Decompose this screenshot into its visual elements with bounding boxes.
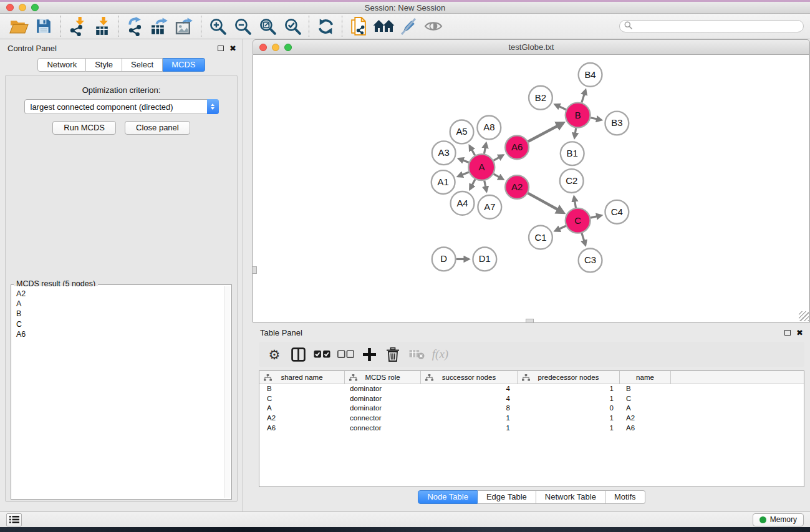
- edge-C-C3[interactable]: [582, 233, 586, 245]
- graph-node-C1[interactable]: C1: [529, 226, 552, 249]
- column-visibility-icon[interactable]: [286, 344, 310, 365]
- table-cell[interactable]: dominator: [345, 394, 421, 404]
- table-cell[interactable]: 1: [518, 414, 620, 423]
- graph-node-A2[interactable]: A2: [505, 175, 529, 199]
- graph-node-A1[interactable]: A1: [432, 170, 455, 194]
- task-history-button[interactable]: [6, 513, 22, 526]
- table-cell[interactable]: 4: [421, 384, 518, 394]
- select-all-icon[interactable]: [310, 344, 334, 365]
- table-cell[interactable]: connector: [345, 414, 421, 423]
- table-cell[interactable]: B: [620, 384, 671, 394]
- table-cell[interactable]: A: [620, 404, 671, 414]
- mcds-result-item[interactable]: A2: [16, 289, 230, 299]
- new-network-icon[interactable]: [346, 15, 371, 37]
- graph-node-B3[interactable]: B3: [605, 112, 629, 135]
- table-cell[interactable]: 1: [421, 414, 518, 423]
- column-header-shared-name[interactable]: shared name: [259, 371, 345, 384]
- mcds-result-item[interactable]: A6: [16, 329, 230, 339]
- graph-node-B1[interactable]: B1: [561, 142, 584, 165]
- mcds-result-item[interactable]: C: [16, 319, 230, 329]
- close-panel-icon[interactable]: ✖: [229, 44, 236, 52]
- edge-A-A4[interactable]: [470, 179, 475, 189]
- search-input[interactable]: [635, 22, 799, 31]
- graph-node-B4[interactable]: B4: [579, 63, 602, 87]
- graph-node-B[interactable]: B: [566, 103, 591, 128]
- table-cell[interactable]: 1: [421, 423, 518, 433]
- canvas-vertical-scroll-thumb[interactable]: [252, 266, 257, 274]
- table-cell[interactable]: dominator: [345, 404, 421, 414]
- close-table-panel-icon[interactable]: ✖: [796, 329, 803, 337]
- table-cell[interactable]: 1: [518, 394, 620, 404]
- table-cell[interactable]: A6: [259, 423, 345, 433]
- export-table-icon[interactable]: [147, 15, 172, 37]
- import-table-icon[interactable]: [89, 15, 114, 37]
- export-network-icon[interactable]: [122, 15, 147, 37]
- table-settings-icon[interactable]: ⚙: [263, 344, 286, 365]
- tab-motifs[interactable]: Motifs: [605, 490, 645, 504]
- column-header-MCDS-role[interactable]: MCDS role: [345, 371, 421, 384]
- edge-C-C2[interactable]: [574, 197, 576, 208]
- mcds-result-item[interactable]: B: [16, 309, 230, 319]
- graph-node-D[interactable]: D: [432, 248, 456, 271]
- memory-button[interactable]: Memory: [753, 513, 804, 526]
- table-cell[interactable]: 1: [518, 384, 620, 394]
- table-cell[interactable]: C: [620, 394, 671, 404]
- table-cell[interactable]: 0: [518, 404, 620, 414]
- close-panel-button[interactable]: Close panel: [125, 121, 190, 135]
- table-cell[interactable]: connector: [345, 423, 421, 433]
- edge-A2-C[interactable]: [528, 193, 564, 213]
- float-panel-icon[interactable]: [218, 46, 224, 51]
- edge-A-A8[interactable]: [484, 143, 486, 154]
- close-window-button[interactable]: [6, 4, 14, 11]
- show-graphics-icon[interactable]: [421, 15, 446, 37]
- table-cell[interactable]: 1: [518, 423, 620, 433]
- table-cell[interactable]: 4: [421, 394, 518, 404]
- canvas-horizontal-scroll-thumb[interactable]: [526, 319, 534, 323]
- graph-node-C4[interactable]: C4: [605, 200, 629, 224]
- table-cell[interactable]: 8: [421, 404, 518, 414]
- graph-node-C3[interactable]: C3: [579, 249, 602, 273]
- delete-column-icon[interactable]: [381, 344, 405, 365]
- column-header-successor-nodes[interactable]: successor nodes: [421, 371, 518, 384]
- column-header-name[interactable]: name: [620, 371, 671, 384]
- edge-B-B3[interactable]: [591, 118, 601, 120]
- graph-node-D1[interactable]: D1: [473, 248, 496, 271]
- graph-node-A8[interactable]: A8: [477, 116, 501, 140]
- minimize-window-button[interactable]: [19, 4, 26, 11]
- zoom-selected-icon[interactable]: [280, 15, 305, 37]
- maximize-window-button[interactable]: [31, 4, 39, 11]
- graph-node-C2[interactable]: C2: [560, 169, 584, 193]
- export-image-icon[interactable]: [172, 15, 197, 37]
- table-cell[interactable]: C: [259, 394, 345, 404]
- tab-edge-table[interactable]: Edge Table: [478, 490, 536, 504]
- window-resize-grip[interactable]: [799, 311, 809, 321]
- edge-C-C4[interactable]: [591, 215, 601, 218]
- edge-B-B1[interactable]: [574, 128, 576, 137]
- edge-A-A5[interactable]: [470, 146, 475, 155]
- zoom-in-icon[interactable]: [205, 15, 230, 37]
- edge-A6-B[interactable]: [528, 123, 563, 142]
- float-table-panel-icon[interactable]: [784, 330, 791, 336]
- edge-A-A7[interactable]: [485, 181, 486, 191]
- app-titlebar[interactable]: Session: New Session: [0, 2, 810, 14]
- tab-style[interactable]: Style: [86, 58, 122, 72]
- edge-C-C1[interactable]: [556, 226, 566, 231]
- zoom-out-icon[interactable]: [230, 15, 255, 37]
- tab-select[interactable]: Select: [122, 58, 163, 72]
- mcds-result-item[interactable]: A: [16, 299, 230, 309]
- open-session-icon[interactable]: [6, 15, 31, 37]
- graph-node-C[interactable]: C: [566, 208, 591, 233]
- network-maximize-button[interactable]: [284, 44, 292, 51]
- table-row[interactable]: A2connector11A2: [259, 414, 804, 423]
- table-row[interactable]: Adominator80A: [259, 404, 804, 414]
- table-row[interactable]: Bdominator41B: [259, 384, 804, 394]
- table-cell[interactable]: dominator: [345, 384, 421, 394]
- zoom-fit-icon[interactable]: [255, 15, 280, 37]
- edge-B-B4[interactable]: [582, 90, 586, 103]
- graph-node-A6[interactable]: A6: [505, 135, 529, 159]
- tab-network[interactable]: Network: [37, 58, 86, 72]
- table-cell[interactable]: A6: [620, 423, 671, 433]
- refresh-layout-icon[interactable]: [313, 15, 338, 37]
- edge-B-B2[interactable]: [555, 105, 566, 110]
- network-canvas[interactable]: B4B2BB3A8A5A6A3B1AA1C2A2A4A7C4CC1C3DD1: [253, 55, 810, 322]
